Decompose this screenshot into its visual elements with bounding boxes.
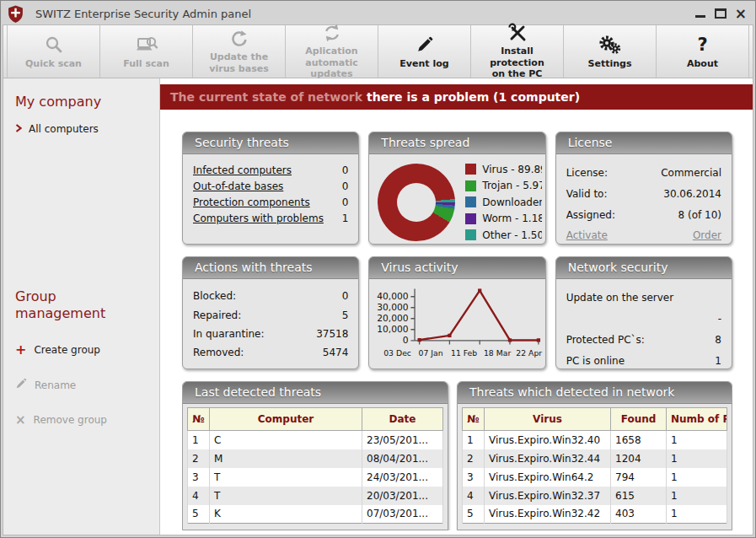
banner-prefix: The current state of network: [170, 90, 362, 104]
column-header[interactable]: №: [188, 408, 210, 431]
sidebar-action-remove-group[interactable]: × Remove group: [15, 414, 151, 426]
table-row[interactable]: 2M08/04/201...: [188, 449, 443, 468]
panel-row-label: Blocked:: [193, 290, 236, 302]
pencil-icon: [416, 34, 434, 56]
table-row[interactable]: 5Virus.Expiro.Win32.424031: [463, 505, 727, 524]
panel-row-value: 5: [342, 309, 349, 321]
toolbar-button-event-log[interactable]: Event log: [378, 25, 471, 78]
sidebar-section-group-management: Group management: [15, 288, 116, 322]
license-links-row: ActivateOrder: [566, 226, 721, 241]
column-header[interactable]: Computer: [210, 408, 362, 431]
panel-row: -: [566, 308, 721, 329]
legend-swatch: [465, 229, 476, 240]
maximize-icon[interactable]: [715, 8, 727, 19]
order-link[interactable]: Order: [693, 229, 721, 241]
toolbar-button-quick-scan[interactable]: Quick scan: [7, 25, 100, 78]
panel-row: Repaired:5: [193, 305, 348, 324]
table-row[interactable]: 3Virus.Expiro.Win64.27941: [463, 468, 727, 487]
toolbar-button-label: Update the virus bases: [209, 51, 268, 75]
column-header[interactable]: №: [463, 408, 485, 431]
table-cell: 1: [667, 449, 727, 468]
toolbar-button-update-the-virus-bases[interactable]: Update the virus bases: [193, 25, 286, 78]
refresh-icon: [229, 29, 249, 49]
last-detected-threats-table: №ComputerDate1C23/05/201...2M08/04/201..…: [187, 407, 443, 524]
question-icon: ?: [697, 34, 707, 56]
shield-icon: [8, 5, 24, 23]
minimize-icon[interactable]: [694, 8, 706, 19]
toolbar-button-full-scan[interactable]: Full scan: [100, 25, 193, 78]
magnifier-icon: [44, 34, 64, 56]
window-controls: ×: [694, 8, 747, 19]
table-cell: C: [210, 431, 362, 449]
legend-item: Trojan - 5.97%: [465, 178, 541, 195]
table-cell: 615: [611, 487, 667, 505]
table-row[interactable]: 4T20/03/201...: [188, 487, 443, 505]
panel-security-threats: Security threats Infected computers0Out-…: [182, 132, 359, 245]
table-cell: 23/05/201...: [362, 431, 443, 449]
panel-title: Network security: [556, 257, 732, 279]
panel-row-value: 0: [342, 180, 349, 192]
svg-text:10,000: 10,000: [378, 324, 410, 335]
svg-text:30,000: 30,000: [378, 302, 410, 313]
table-cell: 2: [188, 449, 210, 468]
column-header[interactable]: Date: [362, 408, 443, 431]
sidebar-item-label: All computers: [29, 123, 99, 135]
panel-actions-with-threats: Actions with threats Blocked:0Repaired:5…: [182, 256, 359, 369]
activate-link[interactable]: Activate: [566, 229, 608, 241]
banner-message: there is a problem (1 computer): [367, 90, 580, 104]
panel-link[interactable]: Infected computers: [193, 164, 292, 176]
panel-threats-spread: Threats spread Virus - 89.89%Trojan - 5.…: [368, 132, 545, 245]
sidebar-section-my-company: My company: [15, 94, 151, 110]
svg-text:07 Jan: 07 Jan: [419, 348, 443, 358]
table-cell: 1658: [611, 431, 667, 449]
table-row[interactable]: 1Virus.Expiro.Win32.4016581: [463, 431, 727, 449]
panel-row-value: 0: [342, 290, 349, 302]
legend-item: Other - 1.50%: [465, 227, 541, 244]
table-row[interactable]: 2Virus.Expiro.Win32.4412041: [463, 449, 727, 468]
table-cell: M: [210, 449, 362, 468]
column-header[interactable]: Found: [611, 408, 667, 431]
panel-row-value: 8: [715, 334, 721, 346]
table-row[interactable]: 3T24/03/201...: [188, 468, 443, 487]
legend-swatch: [465, 213, 476, 224]
panel-title: Virus activity: [369, 257, 544, 279]
x-icon: ×: [15, 415, 26, 425]
panel-link[interactable]: Out-of-date bases: [193, 180, 283, 192]
panel-row: Infected computers0: [193, 162, 348, 178]
toolbar-button-about[interactable]: ?About: [657, 25, 749, 78]
panel-row-label: Assigned:: [566, 209, 615, 221]
sidebar-action-create-group[interactable]: + Create group: [15, 344, 151, 356]
panel-title: Threats spread: [369, 132, 544, 154]
sidebar-item-all-computers[interactable]: All computers: [15, 123, 151, 135]
table-row[interactable]: 1C23/05/201...: [188, 431, 443, 449]
table-cell: 08/04/201...: [362, 449, 443, 468]
svg-text:18 Mar: 18 Mar: [484, 348, 511, 358]
table-row[interactable]: 4Virus.Expiro.Win32.376151: [463, 487, 727, 505]
panel-row-label: Repaired:: [193, 309, 241, 321]
table-cell: Virus.Expiro.Win32.37: [485, 487, 611, 505]
legend-swatch: [465, 180, 476, 191]
toolbar-button-settings[interactable]: Settings: [564, 25, 657, 78]
toolbar-button-install-protection-on-the-pc[interactable]: Install protection on the PC: [471, 25, 564, 78]
close-icon[interactable]: ×: [735, 8, 747, 19]
panel-row: Computers with problems1: [193, 211, 348, 227]
table-cell: 5: [188, 505, 210, 524]
panel-link[interactable]: Computers with problems: [193, 213, 324, 224]
table-row[interactable]: 5K07/03/201...: [188, 505, 443, 524]
table-cell: 20/03/201...: [362, 487, 443, 505]
column-header[interactable]: Numb of PC: [667, 408, 727, 431]
table-cell: Virus.Expiro.Win32.44: [485, 449, 611, 468]
panel-row: License:Commercial: [566, 162, 721, 183]
legend-swatch: [465, 164, 476, 175]
column-header[interactable]: Virus: [485, 408, 611, 431]
panel-link[interactable]: Protection components: [193, 196, 310, 208]
legend-item: Virus - 89.89%: [465, 161, 541, 178]
toolbar-button-aplication-automatic-updates[interactable]: Aplication automatic updates: [286, 25, 378, 78]
toolbar-button-label: Full scan: [123, 58, 169, 70]
sidebar-action-rename[interactable]: Rename: [15, 378, 151, 392]
laptop-scan-icon: [135, 34, 158, 56]
panel-row-value: 8 (of 10): [678, 209, 721, 221]
panel-row-value: 30.06.2014: [663, 188, 721, 200]
legend-item: Worm - 1.18%: [465, 211, 541, 228]
table-cell: Virus.Expiro.Win32.42: [485, 505, 611, 524]
